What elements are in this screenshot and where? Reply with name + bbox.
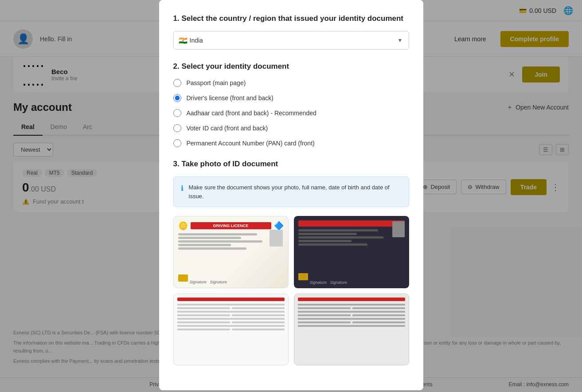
info-icon: ℹ xyxy=(181,184,184,192)
radio-drivers[interactable]: Driver's license (front and back) xyxy=(173,94,409,102)
dl-back-rows xyxy=(298,229,405,246)
kyc-modal: 1. Select the country / region that issu… xyxy=(159,0,423,390)
tbl-red-strip xyxy=(177,298,285,301)
id-card-back-dark[interactable]: Signature Signature xyxy=(294,216,409,288)
radio-passport[interactable]: Passport (main page) xyxy=(173,79,409,87)
radio-aadhaar[interactable]: Aadhaar card (front and back) - Recommen… xyxy=(173,109,409,117)
radio-voter-input[interactable] xyxy=(173,124,181,132)
tbl-dark-grid xyxy=(298,304,405,327)
id-card-table-light[interactable] xyxy=(173,294,289,366)
radio-drivers-label: Driver's license (front and back) xyxy=(187,94,273,102)
radio-aadhaar-label: Aadhaar card (front and back) - Recommen… xyxy=(187,110,316,117)
country-select[interactable]: India United States United Kingdom xyxy=(173,31,409,50)
tbl-grid xyxy=(177,304,285,330)
info-text: Make sure the document shows your photo,… xyxy=(189,183,402,200)
section3-title: 3. Take photo of ID document xyxy=(173,160,409,169)
dl-chip xyxy=(178,274,188,282)
radio-voter[interactable]: Voter ID card (front and back) xyxy=(173,124,409,132)
dl-back-signature: Signature Signature xyxy=(310,280,348,285)
section1-title: 1. Select the country / region that issu… xyxy=(173,14,409,23)
radio-pan-input[interactable] xyxy=(173,139,181,147)
info-box: ℹ Make sure the document shows your phot… xyxy=(173,176,409,207)
dl-signature: Signature Signature xyxy=(190,280,227,284)
radio-pan-label: Permanent Account Number (PAN) card (fro… xyxy=(187,140,315,147)
dl-photo xyxy=(270,230,283,247)
radio-pan[interactable]: Permanent Account Number (PAN) card (fro… xyxy=(173,139,409,147)
id-card-table-dark[interactable] xyxy=(294,294,409,366)
tbl-dark-strip xyxy=(298,298,405,301)
id-card-front[interactable]: 🪙 DRIVING LICENCE 🔷 Signature Signature xyxy=(173,216,289,288)
modal-overlay[interactable]: 1. Select the country / region that issu… xyxy=(0,0,582,392)
dl-red-bar: DRIVING LICENCE xyxy=(191,222,271,229)
dl-front-rows xyxy=(178,233,284,250)
id-type-radio-group: Passport (main page) Driver's license (f… xyxy=(173,79,409,147)
emblem-right: 🔷 xyxy=(274,221,284,231)
country-select-wrapper[interactable]: 🇮🇳 India United States United Kingdom ▼ xyxy=(173,31,409,50)
section2-title: 2. Select your identity document xyxy=(173,62,409,71)
radio-voter-label: Voter ID card (front and back) xyxy=(187,125,268,132)
radio-aadhaar-input[interactable] xyxy=(173,109,181,117)
dl-back-header xyxy=(298,220,405,227)
emblem-left: 🪙 xyxy=(178,221,188,231)
radio-passport-input[interactable] xyxy=(173,79,181,87)
dl-back-chip xyxy=(298,273,308,280)
dl-back-photo xyxy=(392,221,405,237)
radio-passport-label: Passport (main page) xyxy=(187,79,246,86)
radio-drivers-input[interactable] xyxy=(173,94,181,102)
id-cards-grid: 🪙 DRIVING LICENCE 🔷 Signature Signature xyxy=(173,216,409,365)
